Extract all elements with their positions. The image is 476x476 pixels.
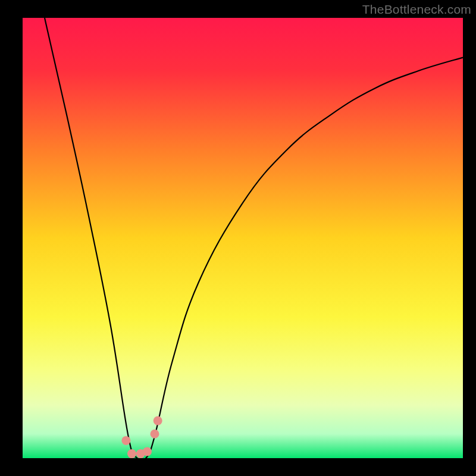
curve-marker bbox=[121, 436, 130, 445]
curve-marker bbox=[127, 449, 136, 458]
watermark-label: TheBottleneck.com bbox=[362, 2, 471, 17]
plot-background bbox=[23, 18, 463, 458]
curve-marker bbox=[154, 416, 162, 425]
chart-frame: TheBottleneck.com bbox=[0, 0, 476, 476]
bottleneck-chart bbox=[0, 0, 476, 476]
curve-marker bbox=[151, 430, 159, 439]
curve-marker bbox=[143, 447, 152, 456]
